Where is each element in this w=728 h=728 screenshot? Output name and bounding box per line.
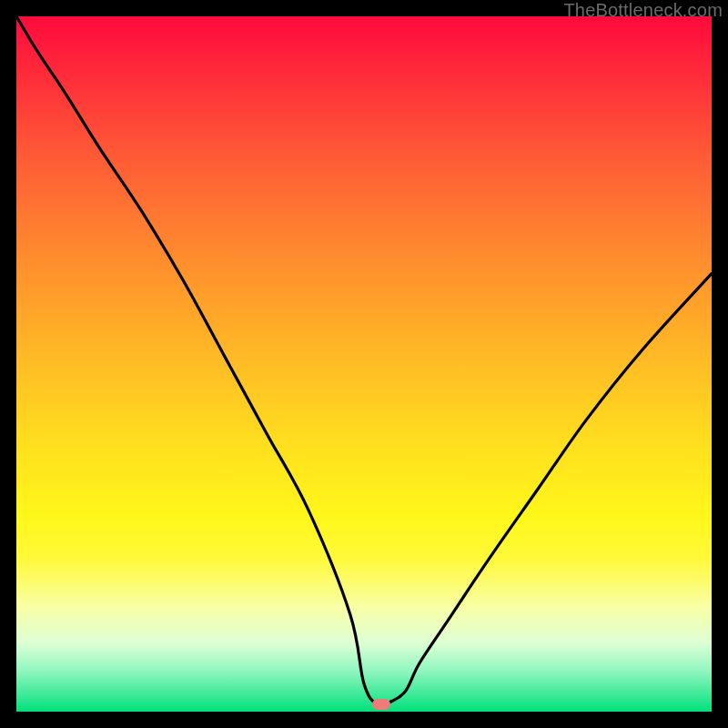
optimal-point-marker (372, 699, 390, 710)
chart-frame: TheBottleneck.com (0, 0, 728, 728)
plot-area (16, 16, 712, 712)
watermark-text: TheBottleneck.com (563, 0, 723, 21)
bottleneck-curve (16, 16, 712, 712)
